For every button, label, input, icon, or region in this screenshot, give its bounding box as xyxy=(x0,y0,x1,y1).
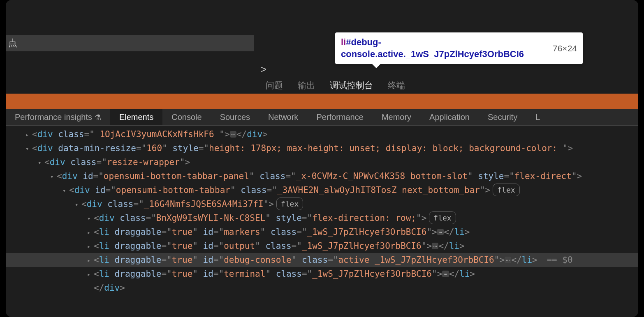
repl-prompt-icon: > xyxy=(261,64,266,75)
resize-divider[interactable] xyxy=(6,94,638,109)
devtools-tab[interactable]: Memory xyxy=(373,109,420,125)
panel-tab[interactable]: 输出 xyxy=(290,77,322,95)
devtools-tab-label: Elements xyxy=(119,113,153,122)
panel-tab[interactable]: 终端 xyxy=(380,77,412,95)
devtools-tab-label: Sources xyxy=(220,113,250,122)
expand-triangle-icon[interactable]: ▸ xyxy=(87,270,93,279)
dom-tree-line[interactable]: ▾<div id="opensumi-bottom-tabbar" class=… xyxy=(6,183,638,197)
dom-tree-line[interactable]: ▾<div id="opensumi-bottom-tabbar-panel" … xyxy=(6,169,638,183)
devtools-tab[interactable]: Console xyxy=(162,109,211,125)
dom-tree-line[interactable]: </div> xyxy=(6,281,638,295)
panel-tab-label: 调试控制台 xyxy=(330,80,373,90)
devtools-tab-label: Performance xyxy=(316,113,364,122)
expand-triangle-icon[interactable]: ▾ xyxy=(38,158,44,168)
devtools-tab[interactable]: Application xyxy=(420,109,479,125)
devtools-tab[interactable]: Elements xyxy=(110,109,162,125)
devtools-tab[interactable]: Sources xyxy=(211,109,259,125)
app-window: 点 > 问题输出调试控制台终端 li#debug-console.active.… xyxy=(6,0,638,317)
devtools-tab-label: Application xyxy=(429,113,470,122)
search-input[interactable]: 点 xyxy=(6,35,254,51)
expand-triangle-icon[interactable]: ▾ xyxy=(75,200,81,209)
tooltip-selector: li#debug-console.active._1wS_J7pZlHcyef3… xyxy=(341,37,534,60)
expand-triangle-icon[interactable]: ▸ xyxy=(25,130,31,140)
devtools-tab-label: Memory xyxy=(382,113,411,122)
dom-tree-line[interactable]: ▾<div data-min-resize="160" style="heigh… xyxy=(6,141,638,155)
devtools-tab[interactable]: L xyxy=(526,109,549,125)
dom-tree-line[interactable]: ▸<li draggable="true" id="output" class=… xyxy=(6,239,638,253)
flex-badge[interactable]: flex xyxy=(276,198,303,210)
elements-dom-tree[interactable]: ▸<div class="_1OjAcIV3yumACKxNfsHkF6 ">⋯… xyxy=(6,126,638,296)
panel-tab[interactable]: 问题 xyxy=(258,77,290,95)
panel-tab-label: 问题 xyxy=(266,80,283,90)
tooltip-tag: li xyxy=(341,37,346,47)
panel-tab[interactable]: 调试控制台 xyxy=(322,77,380,95)
expand-triangle-icon[interactable]: ▸ xyxy=(87,242,93,251)
devtools-tab[interactable]: Performance insights⚗ xyxy=(6,109,110,125)
dom-tree-line[interactable]: ▸<li draggable="true" id="debug-console"… xyxy=(6,253,638,267)
devtools-tab[interactable]: Network xyxy=(259,109,307,125)
devtools-tab-label: Security xyxy=(488,113,517,122)
ellipsis-icon[interactable]: ⋯ xyxy=(437,229,444,235)
devtools-tab-label: Console xyxy=(171,113,202,122)
dom-tree-line[interactable]: ▸<li draggable="true" id="markers" class… xyxy=(6,225,638,239)
editor-top-area: 点 > 问题输出调试控制台终端 li#debug-console.active.… xyxy=(6,0,638,94)
expand-triangle-icon[interactable]: ▾ xyxy=(63,186,68,195)
ellipsis-icon[interactable]: ⋯ xyxy=(230,131,236,138)
tooltip-dimensions: 76×24 xyxy=(553,44,577,53)
ellipsis-icon[interactable]: ⋯ xyxy=(432,243,438,249)
element-inspect-tooltip: li#debug-console.active._1wS_J7pZlHcyef3… xyxy=(335,32,583,64)
expand-triangle-icon[interactable]: ▾ xyxy=(87,214,93,223)
search-text: 点 xyxy=(8,37,17,49)
devtools-tab-label: L xyxy=(535,113,540,122)
expand-triangle-icon[interactable]: ▾ xyxy=(25,144,31,154)
dom-tree-line[interactable]: ▸<div class="_1OjAcIV3yumACKxNfsHkF6 ">⋯… xyxy=(6,127,638,141)
ellipsis-icon[interactable]: ⋯ xyxy=(505,257,511,263)
panel-tab-label: 终端 xyxy=(388,80,405,90)
panel-tab-label: 输出 xyxy=(298,80,315,90)
expand-triangle-icon[interactable]: ▸ xyxy=(87,228,93,237)
devtools-tab[interactable]: Security xyxy=(479,109,526,125)
flex-badge[interactable]: flex xyxy=(493,184,519,196)
devtools-tab[interactable]: Performance xyxy=(307,109,373,125)
devtools-tab-label: Performance insights xyxy=(15,113,92,122)
devtools-tabs: Performance insights⚗ElementsConsoleSour… xyxy=(6,109,638,126)
dom-tree-line[interactable]: ▾<div class="resize-wrapper"> xyxy=(6,155,638,169)
expand-triangle-icon[interactable]: ▾ xyxy=(50,172,56,181)
flask-icon: ⚗ xyxy=(95,113,101,122)
flex-badge[interactable]: flex xyxy=(429,211,456,224)
tooltip-classes: .active._1wS_J7pZlHcyef3OrbBCI6 xyxy=(375,49,524,59)
devtools-tab-label: Network xyxy=(268,113,298,122)
dom-tree-line[interactable]: ▾<div class="BnXgW9IsWYLI-Nk-C8SEL" styl… xyxy=(6,211,638,225)
ellipsis-icon[interactable]: ⋯ xyxy=(442,271,449,277)
expand-triangle-icon[interactable]: ▸ xyxy=(87,256,93,265)
selected-node-marker: == $0 xyxy=(542,255,573,265)
panel-tabs: 问题输出调试控制台终端 xyxy=(258,77,412,95)
dom-tree-line[interactable]: ▾<div class="_16G4NmfsJQSE6SA4Mi37fI">fl… xyxy=(6,197,638,211)
dom-tree-line[interactable]: ▸<li draggable="true" id="terminal" clas… xyxy=(6,267,638,281)
